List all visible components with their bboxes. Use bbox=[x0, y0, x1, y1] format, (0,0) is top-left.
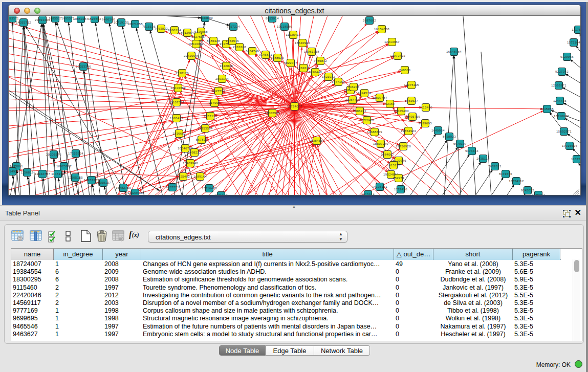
svg-text:1244415: 1244415 bbox=[553, 99, 567, 102]
svg-text:13942757: 13942757 bbox=[35, 172, 50, 176]
svg-text:7625402: 7625402 bbox=[177, 175, 190, 178]
svg-text:16640910: 16640910 bbox=[295, 41, 310, 45]
svg-text:8215955: 8215955 bbox=[540, 107, 554, 111]
svg-text:10719135: 10719135 bbox=[114, 21, 129, 24]
svg-text:1156819: 1156819 bbox=[20, 171, 34, 174]
svg-text:9684067: 9684067 bbox=[381, 153, 394, 156]
svg-text:867835: 867835 bbox=[196, 138, 208, 141]
svg-text:1085527: 1085527 bbox=[49, 17, 62, 20]
svg-text:11325419: 11325419 bbox=[286, 33, 301, 36]
svg-text:8813014: 8813014 bbox=[266, 17, 279, 20]
svg-text:10025433: 10025433 bbox=[394, 110, 409, 113]
svg-text:748500: 748500 bbox=[399, 69, 411, 72]
svg-text:15716485: 15716485 bbox=[202, 187, 217, 190]
svg-text:1640954: 1640954 bbox=[431, 129, 445, 132]
svg-text:9427552: 9427552 bbox=[212, 90, 225, 93]
svg-text:10688609: 10688609 bbox=[367, 130, 382, 134]
svg-text:3267110: 3267110 bbox=[204, 115, 217, 118]
svg-text:12093871: 12093871 bbox=[551, 84, 567, 87]
svg-text:3914911: 3914911 bbox=[9, 170, 19, 173]
svg-text:16961758: 16961758 bbox=[304, 50, 319, 53]
svg-text:14136141: 14136141 bbox=[372, 185, 387, 188]
svg-text:10807487: 10807487 bbox=[372, 96, 387, 99]
svg-text:1588520: 1588520 bbox=[271, 56, 284, 59]
svg-text:2803144: 2803144 bbox=[215, 77, 229, 80]
svg-text:7515526: 7515526 bbox=[142, 25, 156, 28]
svg-text:17016504: 17016504 bbox=[562, 144, 577, 147]
svg-text:3624514: 3624514 bbox=[358, 92, 371, 95]
svg-text:1362615: 1362615 bbox=[297, 67, 310, 70]
svg-text:1689144: 1689144 bbox=[193, 175, 207, 178]
svg-text:7663822: 7663822 bbox=[155, 27, 168, 30]
svg-text:8990448: 8990448 bbox=[309, 71, 322, 74]
svg-text:16648784: 16648784 bbox=[446, 50, 462, 53]
svg-text:9960124: 9960124 bbox=[168, 29, 181, 32]
svg-text:6679197: 6679197 bbox=[453, 142, 467, 145]
svg-text:9115460: 9115460 bbox=[419, 106, 432, 109]
svg-text:8186328: 8186328 bbox=[207, 39, 220, 42]
svg-text:15720407: 15720407 bbox=[359, 119, 375, 122]
svg-text:12923448: 12923448 bbox=[127, 191, 143, 194]
svg-text:16154808: 16154808 bbox=[374, 28, 389, 31]
svg-text:116753: 116753 bbox=[571, 158, 581, 161]
svg-text:9129966: 9129966 bbox=[560, 55, 574, 58]
svg-text:2718126: 2718126 bbox=[176, 72, 189, 75]
svg-text:1615112: 1615112 bbox=[387, 164, 400, 167]
svg-text:1527602: 1527602 bbox=[88, 17, 101, 20]
svg-text:9699695: 9699695 bbox=[419, 122, 432, 125]
svg-text:12975115: 12975115 bbox=[404, 83, 419, 86]
svg-text:7986322: 7986322 bbox=[353, 110, 366, 113]
svg-text:16210643: 16210643 bbox=[554, 115, 569, 118]
svg-text:10973493: 10973493 bbox=[390, 54, 405, 57]
svg-text:12213389: 12213389 bbox=[170, 86, 186, 90]
svg-text:19756928: 19756928 bbox=[396, 145, 411, 148]
svg-text:12505135: 12505135 bbox=[68, 176, 83, 179]
svg-text:12213967: 12213967 bbox=[384, 40, 400, 43]
svg-text:1965492: 1965492 bbox=[170, 117, 183, 120]
svg-text:746206: 746206 bbox=[348, 85, 360, 89]
svg-text:9474444: 9474444 bbox=[465, 149, 478, 152]
svg-text:20206576: 20206576 bbox=[46, 153, 61, 156]
svg-text:10975867: 10975867 bbox=[56, 165, 72, 168]
svg-text:20053346: 20053346 bbox=[76, 65, 91, 68]
svg-text:9245052: 9245052 bbox=[521, 189, 534, 192]
svg-text:2935114: 2935114 bbox=[476, 157, 490, 160]
svg-text:1413614: 1413614 bbox=[361, 193, 375, 195]
svg-text:15409948: 15409948 bbox=[183, 162, 198, 165]
svg-text:16107554: 16107554 bbox=[169, 101, 184, 104]
svg-text:10853267: 10853267 bbox=[73, 17, 89, 20]
svg-text:9827505: 9827505 bbox=[191, 35, 205, 38]
svg-text:9463627: 9463627 bbox=[405, 99, 418, 102]
svg-text:16671355: 16671355 bbox=[127, 23, 143, 26]
svg-text:18724007: 18724007 bbox=[287, 105, 302, 108]
svg-text:16543382: 16543382 bbox=[188, 42, 204, 46]
svg-text:9777169: 9777169 bbox=[332, 80, 345, 83]
svg-text:10654112: 10654112 bbox=[509, 180, 524, 183]
svg-text:1093371: 1093371 bbox=[9, 17, 19, 20]
svg-text:1254546: 1254546 bbox=[226, 39, 239, 42]
svg-text:8938923: 8938923 bbox=[443, 135, 456, 138]
svg-text:22420046: 22420046 bbox=[184, 54, 199, 57]
svg-text:9227342: 9227342 bbox=[555, 70, 569, 73]
svg-text:1571648: 1571648 bbox=[214, 194, 228, 195]
svg-text:8912954: 8912954 bbox=[181, 31, 194, 34]
svg-text:1145190: 1145190 bbox=[51, 172, 64, 176]
svg-text:18807249: 18807249 bbox=[373, 142, 388, 145]
svg-text:7357224: 7357224 bbox=[227, 25, 240, 28]
svg-text:19384554: 19384554 bbox=[309, 139, 324, 142]
svg-text:19218586: 19218586 bbox=[277, 25, 292, 28]
svg-text:1621022: 1621022 bbox=[322, 75, 335, 78]
svg-text:15692971: 15692971 bbox=[556, 130, 572, 133]
svg-text:16782759: 16782759 bbox=[116, 186, 131, 189]
svg-text:16033809: 16033809 bbox=[198, 16, 213, 19]
svg-text:9657771: 9657771 bbox=[166, 186, 179, 189]
svg-text:19654923: 19654923 bbox=[401, 129, 416, 133]
svg-text:11353594: 11353594 bbox=[198, 127, 213, 130]
svg-text:8471676: 8471676 bbox=[499, 172, 512, 176]
svg-text:20364436: 20364436 bbox=[345, 98, 360, 101]
svg-text:10958107: 10958107 bbox=[96, 181, 111, 184]
svg-text:7955812: 7955812 bbox=[314, 59, 327, 62]
svg-text:17359924: 17359924 bbox=[68, 152, 83, 155]
svg-text:917006: 917006 bbox=[209, 101, 221, 104]
svg-text:8498222: 8498222 bbox=[188, 151, 201, 154]
